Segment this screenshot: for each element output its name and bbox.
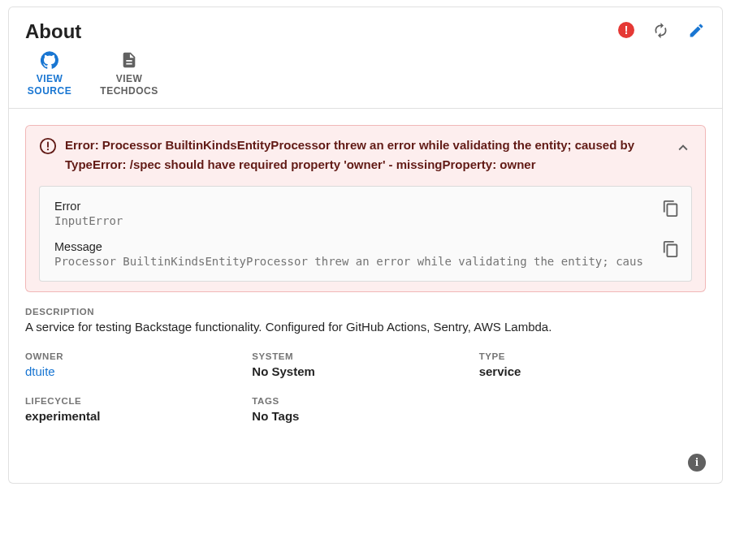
card-header: About ! — [9, 7, 722, 50]
lifecycle-label: LIFECYCLE — [25, 396, 252, 406]
error-alert: Error: Processor BuiltinKindsEntityProce… — [25, 125, 706, 292]
system-section: SYSTEM No System — [252, 351, 478, 378]
system-label: SYSTEM — [252, 351, 478, 361]
owner-label: OWNER — [25, 351, 252, 361]
error-name-value: InputError — [54, 214, 677, 227]
chevron-up-icon — [674, 139, 692, 157]
type-value: service — [479, 364, 706, 378]
view-source-button[interactable]: VIEW SOURCE — [25, 50, 74, 98]
alert-header: Error: Processor BuiltinKindsEntityProce… — [39, 136, 692, 174]
document-icon — [119, 50, 139, 70]
copy-icon — [662, 240, 680, 258]
lifecycle-section: LIFECYCLE experimental — [25, 396, 252, 423]
meta-grid: OWNER dtuite SYSTEM No System TYPE servi… — [25, 351, 706, 423]
tags-label: TAGS — [252, 396, 478, 406]
info-button[interactable]: i — [688, 454, 706, 472]
view-techdocs-button[interactable]: VIEW TECHDOCS — [97, 50, 162, 98]
pencil-icon — [688, 22, 705, 39]
system-value: No System — [252, 364, 478, 378]
error-message-value: Processor BuiltinKindsEntityProcessor th… — [54, 255, 677, 268]
owner-section: OWNER dtuite — [25, 351, 252, 378]
refresh-button[interactable] — [651, 20, 670, 40]
alert-details: Error InputError Message Processor Built… — [39, 186, 692, 282]
description-section: DESCRIPTION A service for testing Backst… — [25, 307, 706, 334]
type-section: TYPE service — [479, 351, 706, 378]
footer-space — [9, 439, 722, 483]
error-message-row: Message Processor BuiltinKindsEntityProc… — [54, 240, 677, 268]
github-icon — [40, 50, 59, 70]
owner-link[interactable]: dtuite — [25, 364, 252, 378]
info-icon: i — [695, 456, 699, 469]
view-techdocs-label: VIEW TECHDOCS — [97, 73, 162, 98]
error-outline-icon — [39, 137, 57, 157]
copy-icon — [662, 200, 680, 218]
header-actions: ! — [618, 20, 706, 40]
about-card: About ! VIEW SOURCE VIEW TECHDOCS — [8, 6, 723, 484]
svg-point-2 — [47, 149, 49, 150]
error-name-row: Error InputError — [54, 200, 677, 227]
view-source-label: VIEW SOURCE — [25, 73, 74, 98]
alert-title: Error: Processor BuiltinKindsEntityProce… — [65, 136, 666, 174]
copy-error-button[interactable] — [662, 200, 680, 220]
lifecycle-value: experimental — [25, 409, 252, 423]
copy-message-button[interactable] — [662, 240, 680, 261]
refresh-icon — [652, 22, 669, 39]
card-content: Error: Processor BuiltinKindsEntityProce… — [9, 109, 722, 439]
tags-value: No Tags — [252, 409, 478, 423]
type-label: TYPE — [479, 351, 706, 361]
tags-section: TAGS No Tags — [252, 396, 478, 423]
toolbar: VIEW SOURCE VIEW TECHDOCS — [9, 50, 722, 109]
error-message-label: Message — [54, 240, 677, 253]
alert-collapse-button[interactable] — [674, 139, 692, 157]
error-name-label: Error — [54, 200, 677, 213]
edit-button[interactable] — [686, 20, 706, 40]
description-label: DESCRIPTION — [25, 307, 706, 317]
card-title: About — [25, 20, 81, 44]
description-value: A service for testing Backstage function… — [25, 320, 706, 334]
error-status-icon[interactable]: ! — [618, 22, 634, 38]
